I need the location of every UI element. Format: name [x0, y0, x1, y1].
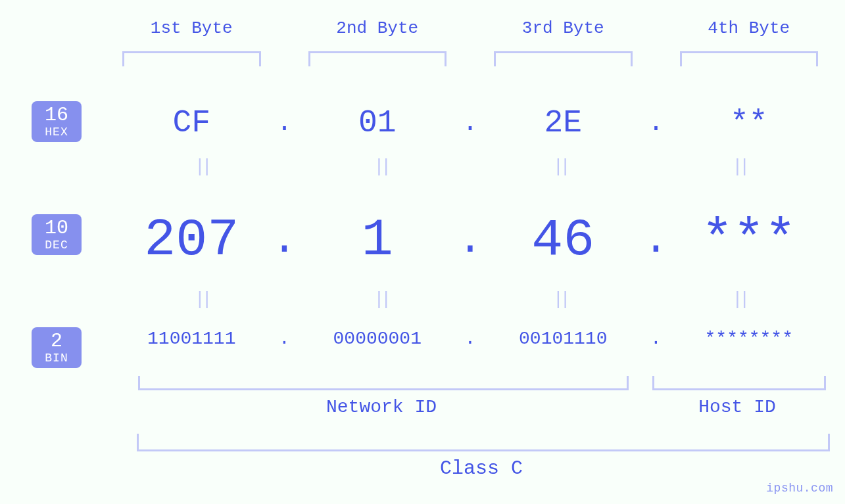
- bracket-icon: [680, 51, 819, 66]
- dec-byte-3: 46: [483, 210, 643, 270]
- bracket-icon: [138, 376, 629, 390]
- dot-separator: .: [272, 108, 298, 138]
- byte-labels-row: 1st Byte 2nd Byte 3rd Byte 4th Byte: [112, 18, 829, 38]
- dec-byte-1: 207: [112, 210, 272, 270]
- bracket-icon: [122, 51, 261, 66]
- radix-base: 10: [45, 218, 68, 238]
- watermark: ipshu.com: [766, 482, 833, 495]
- hex-byte-1: CF: [112, 105, 272, 141]
- equals-icon: ||: [112, 156, 291, 177]
- equals-icon: ||: [112, 289, 291, 309]
- dot-separator: .: [643, 108, 669, 138]
- radix-base: 16: [45, 105, 68, 125]
- equals-icon: ||: [291, 289, 471, 309]
- equals-row-2: || || || ||: [112, 289, 829, 309]
- dot-separator: .: [643, 217, 669, 264]
- equals-icon: ||: [291, 156, 471, 177]
- dot-separator: .: [272, 217, 298, 264]
- byte-label-4: 4th Byte: [669, 18, 829, 38]
- dot-separator: .: [457, 108, 483, 138]
- byte-brackets-top: [112, 51, 829, 66]
- equals-icon: ||: [650, 156, 829, 177]
- radix-badge-hex: 16 HEX: [32, 101, 82, 142]
- dec-row: 207 . 1 . 46 . ***: [112, 210, 829, 270]
- radix-badge-bin: 2 BIN: [32, 327, 82, 368]
- radix-name: BIN: [45, 352, 68, 364]
- byte-label-3: 3rd Byte: [483, 18, 643, 38]
- bin-byte-4: ********: [669, 329, 829, 349]
- dec-byte-4: ***: [669, 210, 829, 270]
- hex-byte-2: 01: [298, 105, 458, 141]
- dot-separator: .: [457, 329, 483, 349]
- radix-badge-dec: 10 DEC: [32, 214, 82, 255]
- network-host-brackets: [138, 376, 826, 390]
- radix-base: 2: [51, 331, 62, 351]
- equals-row-1: || || || ||: [112, 156, 829, 177]
- dec-byte-2: 1: [298, 210, 458, 270]
- bin-byte-1: 11001111: [112, 329, 272, 349]
- bin-row: 11001111 . 00000001 . 00101110 . *******…: [112, 329, 829, 349]
- equals-icon: ||: [470, 289, 650, 309]
- host-id-label: Host ID: [648, 397, 826, 417]
- hex-byte-4: **: [669, 105, 829, 141]
- equals-icon: ||: [470, 156, 650, 177]
- dot-separator: .: [457, 217, 483, 264]
- bracket-icon: [308, 51, 447, 66]
- radix-name: HEX: [45, 126, 68, 138]
- hex-row: CF . 01 . 2E . **: [112, 105, 829, 141]
- equals-icon: ||: [650, 289, 829, 309]
- byte-label-1: 1st Byte: [112, 18, 272, 38]
- class-bracket: [137, 434, 830, 451]
- bin-byte-2: 00000001: [298, 329, 458, 349]
- bracket-icon: [494, 51, 633, 66]
- byte-label-2: 2nd Byte: [298, 18, 458, 38]
- bin-byte-3: 00101110: [483, 329, 643, 349]
- network-host-labels: Network ID Host ID: [138, 397, 826, 417]
- bracket-icon: [652, 376, 826, 390]
- class-label: Class C: [137, 457, 826, 480]
- dot-separator: .: [643, 329, 669, 349]
- dot-separator: .: [272, 329, 298, 349]
- hex-byte-3: 2E: [483, 105, 643, 141]
- network-id-label: Network ID: [138, 397, 625, 417]
- radix-name: DEC: [45, 239, 68, 251]
